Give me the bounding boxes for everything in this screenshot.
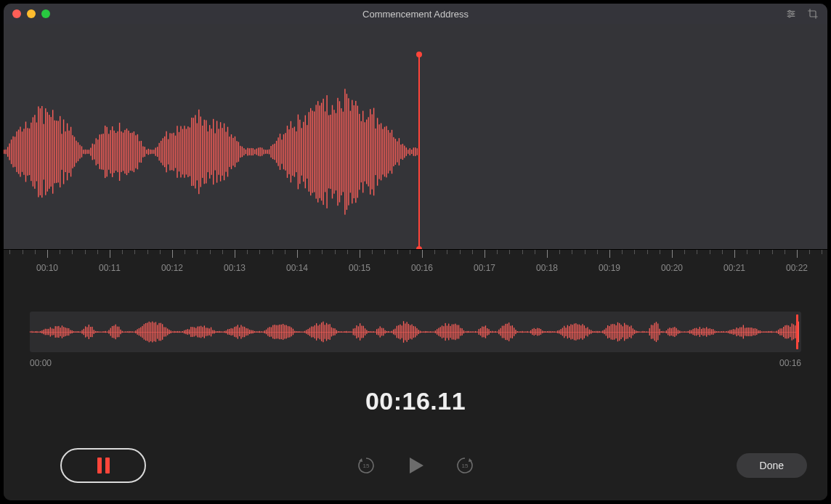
minimize-button[interactable]	[27, 9, 36, 18]
svg-rect-112	[195, 115, 195, 188]
play-button[interactable]	[403, 453, 428, 478]
svg-rect-497	[466, 331, 467, 333]
svg-rect-304	[144, 324, 145, 339]
svg-rect-597	[634, 330, 635, 334]
svg-rect-233	[413, 147, 414, 155]
crop-icon[interactable]	[807, 8, 819, 20]
svg-rect-662	[743, 325, 744, 339]
waveform-overview[interactable]	[30, 312, 801, 352]
svg-rect-202	[357, 106, 358, 198]
svg-rect-21	[31, 123, 31, 181]
skip-forward-button[interactable]: 15	[454, 455, 476, 476]
svg-rect-326	[180, 332, 181, 333]
svg-rect-535	[530, 330, 531, 333]
svg-rect-263	[75, 331, 76, 332]
svg-rect-249	[52, 328, 52, 335]
waveform-overview-svg	[30, 312, 800, 352]
svg-rect-37	[60, 116, 60, 187]
svg-rect-438	[368, 331, 369, 333]
svg-rect-426	[348, 331, 349, 333]
svg-rect-437	[366, 330, 367, 333]
svg-rect-453	[393, 330, 394, 335]
svg-rect-50	[83, 150, 84, 154]
svg-rect-462	[408, 324, 409, 340]
svg-rect-443	[376, 329, 377, 335]
svg-rect-73	[124, 130, 125, 174]
svg-rect-687	[785, 325, 785, 338]
svg-rect-350	[221, 331, 222, 333]
svg-rect-476	[431, 331, 432, 332]
svg-rect-313	[158, 323, 159, 341]
svg-rect-625	[681, 331, 681, 332]
svg-rect-47	[78, 142, 78, 161]
svg-rect-159	[280, 134, 280, 170]
svg-rect-355	[229, 329, 230, 335]
svg-rect-620	[673, 328, 673, 336]
overview-playhead[interactable]	[796, 314, 798, 349]
svg-rect-197	[348, 98, 349, 205]
svg-rect-298	[134, 332, 134, 333]
svg-rect-143	[251, 148, 251, 155]
timeline-ruler[interactable]: 00:1000:1100:1200:1300:1400:1500:1600:17…	[4, 249, 827, 283]
waveform-detail[interactable]	[4, 24, 827, 249]
svg-rect-200	[354, 105, 354, 198]
maximize-button[interactable]	[41, 9, 50, 18]
svg-rect-294	[127, 331, 128, 333]
svg-rect-19	[27, 128, 28, 176]
svg-rect-479	[437, 329, 437, 335]
settings-icon[interactable]	[785, 8, 797, 20]
close-button[interactable]	[12, 9, 21, 18]
svg-rect-171	[301, 128, 302, 175]
svg-rect-348	[217, 331, 218, 333]
svg-rect-370	[254, 331, 255, 333]
titlebar: Commencement Address	[4, 4, 827, 24]
svg-rect-393	[293, 329, 293, 336]
svg-rect-498	[469, 331, 469, 333]
svg-rect-467	[416, 328, 417, 336]
svg-rect-668	[753, 328, 754, 335]
done-button[interactable]: Done	[737, 453, 807, 478]
svg-rect-495	[463, 330, 464, 333]
svg-rect-561	[574, 324, 575, 341]
svg-rect-18	[25, 122, 26, 182]
svg-rect-292	[123, 332, 124, 333]
svg-rect-556	[565, 328, 566, 336]
svg-rect-343	[209, 328, 210, 335]
svg-rect-446	[381, 328, 382, 336]
svg-rect-420	[338, 331, 339, 333]
svg-rect-494	[462, 328, 463, 336]
svg-rect-680	[773, 332, 774, 333]
svg-rect-187	[330, 115, 331, 189]
svg-rect-208	[368, 117, 369, 186]
svg-rect-168	[296, 131, 296, 172]
svg-rect-314	[161, 323, 161, 341]
playhead[interactable]	[418, 54, 420, 249]
svg-rect-245	[45, 329, 46, 336]
svg-rect-144	[253, 148, 254, 155]
skip-back-button[interactable]: 15	[355, 455, 377, 476]
svg-rect-369	[253, 330, 254, 333]
svg-rect-398	[301, 332, 301, 333]
svg-rect-528	[519, 331, 519, 332]
pause-button[interactable]	[60, 448, 146, 483]
svg-rect-248	[50, 328, 51, 337]
svg-rect-418	[334, 328, 335, 336]
svg-rect-76	[130, 133, 131, 171]
svg-rect-295	[129, 331, 129, 333]
svg-rect-508	[485, 325, 486, 338]
svg-rect-361	[239, 328, 240, 336]
svg-rect-6	[4, 150, 4, 154]
svg-rect-539	[537, 328, 538, 336]
ruler-label: 00:15	[349, 263, 370, 273]
svg-rect-367	[249, 330, 250, 334]
svg-rect-507	[484, 327, 485, 338]
svg-rect-352	[224, 331, 224, 333]
svg-rect-225	[399, 138, 400, 166]
svg-rect-602	[642, 331, 643, 333]
svg-rect-570	[589, 330, 590, 335]
svg-rect-96	[166, 131, 166, 173]
ruler-label: 00:17	[474, 263, 495, 273]
svg-rect-241	[38, 332, 39, 333]
svg-rect-424	[344, 331, 345, 333]
svg-rect-317	[166, 328, 166, 337]
